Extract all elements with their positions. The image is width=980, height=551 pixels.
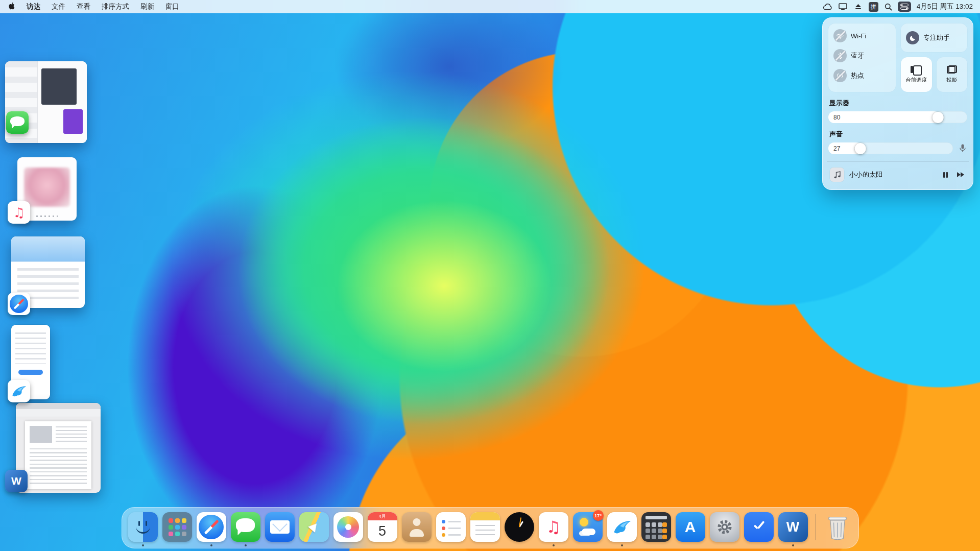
dock-item-reminders[interactable] — [436, 512, 466, 542]
menu-bar: 访达 文件 查看 排序方式 刷新 窗口 拼 4月5日 周五 13:02 — [0, 0, 980, 13]
preview-document-text — [56, 426, 87, 443]
dock-item-calendar[interactable]: 4月 5 — [368, 512, 397, 542]
dock-item-weather[interactable]: 17° — [573, 512, 603, 542]
dock-item-launchpad[interactable] — [162, 512, 192, 542]
dock-item-trash[interactable] — [823, 512, 852, 542]
sound-section-label: 声音 — [829, 130, 966, 139]
dock-item-messages[interactable] — [231, 512, 260, 542]
weather-temperature-badge: 17° — [593, 510, 604, 521]
now-playing-row: 小小的太阳 — [828, 162, 967, 184]
display-slider-value: 80 — [828, 114, 840, 121]
skip-forward-button[interactable] — [955, 172, 966, 178]
dock-item-music[interactable]: ♫ — [539, 512, 568, 542]
music-icon: ♫ — [539, 512, 568, 542]
dock: 4月 5 ♫ 17° A W — [122, 507, 859, 548]
menu-window[interactable]: 窗口 — [160, 0, 185, 13]
preview-carousel-dots — [36, 215, 58, 217]
stage-manager-icon — [911, 65, 922, 74]
preview-chat-area — [38, 61, 87, 143]
control-center-panel: Wi-Fi 蓝牙 热点 专注助手 — [822, 17, 973, 190]
messages-app-badge[interactable] — [6, 111, 29, 134]
music-note-glyph: ♫ — [546, 517, 561, 537]
preview-ribbon — [16, 409, 101, 417]
launchpad-icon — [162, 512, 192, 542]
calendar-icon: 4月 5 — [368, 512, 397, 542]
hotspot-label: 热点 — [851, 71, 864, 80]
calculator-display — [646, 516, 667, 519]
reminders-icon — [436, 512, 466, 542]
sound-slider-knob[interactable] — [855, 143, 866, 154]
dock-item-safari[interactable] — [197, 512, 226, 542]
preview-album-art — [24, 167, 70, 207]
music-note-icon — [830, 167, 844, 182]
screen-mirroring-icon — [947, 65, 957, 74]
settings-gear-icon — [710, 512, 739, 542]
control-center-icon[interactable] — [898, 2, 911, 12]
focus-toggle[interactable]: 专注助手 — [901, 23, 967, 52]
mail-icon — [265, 512, 295, 542]
screen-mirroring-button[interactable]: 投影 — [937, 57, 968, 92]
dock-item-word[interactable]: W — [778, 512, 808, 542]
wifi-label: Wi-Fi — [851, 32, 866, 40]
dock-item-bird[interactable] — [607, 512, 637, 542]
eject-icon[interactable] — [852, 0, 865, 13]
bluetooth-toggle[interactable]: 蓝牙 — [833, 49, 891, 62]
dock-item-photos[interactable] — [333, 512, 363, 542]
safari-app-badge[interactable] — [8, 293, 30, 315]
menu-refresh[interactable]: 刷新 — [135, 0, 160, 13]
dock-item-calculator[interactable] — [641, 512, 671, 542]
dock-item-notes[interactable] — [470, 512, 500, 542]
app-store-letter: A — [685, 518, 696, 536]
stage-manager-button[interactable]: 台前调度 — [901, 57, 932, 92]
checkmark-app-icon — [744, 512, 774, 542]
bluetooth-icon — [833, 49, 847, 62]
menu-sort[interactable]: 排序方式 — [96, 0, 135, 13]
display-slider-fill: 80 — [828, 111, 940, 123]
moon-icon — [906, 31, 919, 44]
apple-menu[interactable] — [0, 0, 21, 13]
photos-icon — [333, 512, 363, 542]
dock-item-contacts[interactable] — [402, 512, 432, 542]
music-note-glyph: ♫ — [13, 205, 25, 220]
cloud-icon[interactable] — [822, 0, 834, 13]
input-method-indicator[interactable]: 拼 — [869, 2, 878, 12]
music-app-badge[interactable]: ♫ — [8, 201, 30, 224]
preview-action-button — [18, 370, 43, 375]
bluetooth-label: 蓝牙 — [851, 51, 864, 60]
display-brightness-slider[interactable]: 80 — [828, 111, 967, 123]
dock-item-app-store[interactable]: A — [676, 512, 705, 542]
dock-item-maps[interactable] — [299, 512, 329, 542]
focus-label: 专注助手 — [923, 33, 950, 42]
calendar-day-label: 5 — [378, 520, 386, 542]
search-icon[interactable] — [882, 0, 895, 13]
pause-button[interactable] — [940, 172, 950, 178]
stage-window-word[interactable] — [16, 403, 101, 493]
sound-volume-slider[interactable]: 27 — [828, 142, 953, 154]
preview-document-page — [25, 421, 91, 489]
word-letter: W — [11, 475, 21, 487]
microphone-icon[interactable] — [958, 144, 967, 153]
preview-media-block — [63, 109, 83, 134]
sound-slider-fill: 27 — [828, 142, 862, 154]
display-slider-knob[interactable] — [932, 112, 943, 123]
preview-header-banner — [11, 236, 85, 262]
menu-finder[interactable]: 访达 — [21, 0, 46, 13]
app-store-icon: A — [676, 512, 705, 542]
dock-item-settings[interactable] — [710, 512, 739, 542]
dock-item-mail[interactable] — [265, 512, 295, 542]
wifi-toggle[interactable]: Wi-Fi — [833, 29, 891, 42]
preview-title-bar — [16, 403, 101, 409]
menu-file[interactable]: 文件 — [46, 0, 71, 13]
hotspot-toggle[interactable]: 热点 — [833, 69, 891, 82]
display-mirroring-icon[interactable] — [837, 0, 849, 13]
menubar-clock[interactable]: 4月5日 周五 13:02 — [917, 2, 973, 11]
dock-item-check-app[interactable] — [744, 512, 774, 542]
trash-icon — [823, 512, 852, 542]
safari-icon — [197, 512, 226, 542]
dock-item-clock[interactable] — [505, 512, 534, 542]
dock-item-finder[interactable] — [128, 512, 158, 542]
sound-slider-value: 27 — [828, 145, 840, 152]
word-app-badge[interactable]: W — [5, 470, 28, 492]
bird-app-badge[interactable] — [8, 380, 30, 402]
menu-view[interactable]: 查看 — [71, 0, 96, 13]
